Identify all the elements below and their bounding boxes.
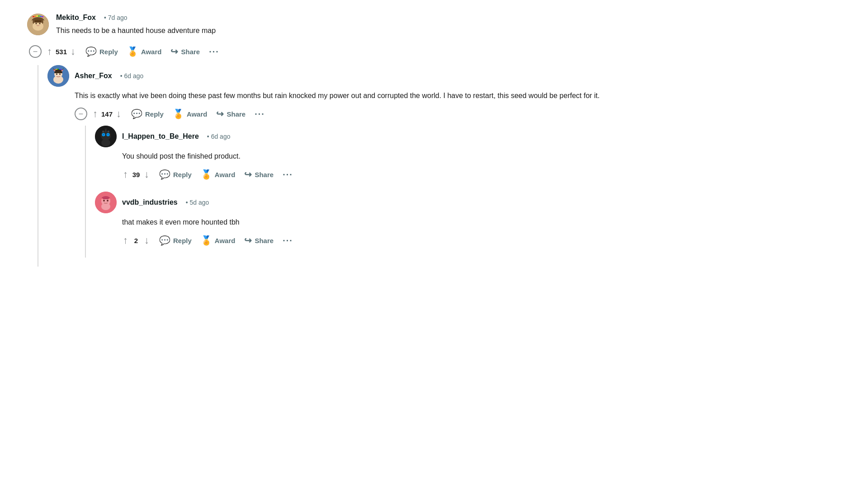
action-bar-c2: − ↑ 147 ↓ 💬 Reply <box>47 106 615 122</box>
vote-count-c2: 147 <box>101 110 113 118</box>
vote-count-c1: 531 <box>56 48 67 56</box>
collapse-button-c2[interactable]: − <box>75 108 87 120</box>
collapse-button-c1[interactable]: − <box>29 45 42 58</box>
svg-rect-8 <box>38 16 40 17</box>
avatar-ihappen <box>95 126 117 147</box>
award-button-c1[interactable]: 🏅 Award <box>123 43 165 60</box>
thread-connector-c1 <box>27 65 38 267</box>
vote-group-c1: ↑ 531 ↓ <box>46 45 76 58</box>
svg-rect-21 <box>60 69 61 70</box>
share-icon-c1: ↪ <box>170 46 178 57</box>
comment-c3: I_Happen_to_Be_Here • 6d ago You should … <box>95 126 615 183</box>
upvote-icon-c3: ↑ <box>123 169 128 180</box>
comment-c1-content: Mekito_Fox • 7d ago This needs to be a h… <box>56 14 615 41</box>
share-button-c3[interactable]: ↪ Share <box>241 166 277 183</box>
comment-c1-body: This needs to be a haunted house adventu… <box>56 25 615 36</box>
username-vvdb: vvdb_industries <box>122 198 178 206</box>
action-bar-c4: ↑ 2 ↓ 💬 Reply <box>95 232 615 249</box>
username-asher-fox: Asher_Fox <box>75 72 112 80</box>
reply-icon-c2: 💬 <box>131 108 142 119</box>
downvote-button-c2[interactable]: ↓ <box>115 107 122 121</box>
downvote-icon-c3: ↓ <box>144 169 149 180</box>
thread-line-c2: I_Happen_to_Be_Here • 6d ago You should … <box>47 126 615 258</box>
comment-c3-header: I_Happen_to_Be_Here • 6d ago <box>95 126 615 147</box>
comment-c1: Mekito_Fox • 7d ago This needs to be a h… <box>27 14 615 267</box>
vote-count-c4: 2 <box>132 237 141 244</box>
upvote-icon-c2: ↑ <box>93 108 98 120</box>
svg-point-31 <box>108 131 109 132</box>
svg-point-37 <box>107 200 108 202</box>
svg-rect-17 <box>55 69 56 70</box>
award-icon-c2: 🏅 <box>173 108 184 119</box>
more-button-c2[interactable]: ··· <box>251 108 269 120</box>
avatar-mekito-fox <box>27 14 49 35</box>
nested-comments-c1: Asher_Fox • 6d ago This is exactly what … <box>38 65 615 267</box>
award-button-c2[interactable]: 🏅 Award <box>169 106 211 122</box>
comment-c2: Asher_Fox • 6d ago This is exactly what … <box>47 65 615 258</box>
timestamp-c3: • 6d ago <box>207 133 231 140</box>
comment-c1-header: Mekito_Fox • 7d ago <box>56 14 615 22</box>
svg-rect-7 <box>36 16 38 17</box>
downvote-button-c1[interactable]: ↓ <box>70 45 76 58</box>
action-bar-c3: ↑ 39 ↓ 💬 Reply <box>95 166 615 183</box>
svg-point-35 <box>101 203 110 210</box>
downvote-button-c4[interactable]: ↓ <box>143 234 150 247</box>
svg-rect-9 <box>40 16 42 17</box>
timestamp-c4: • 5d ago <box>186 199 209 206</box>
downvote-button-c3[interactable]: ↓ <box>143 168 150 181</box>
svg-point-38 <box>101 198 103 200</box>
comment-c4-body: that makes it even more hounted tbh <box>95 217 615 228</box>
comment-c4-header: vvdb_industries • 5d ago <box>95 192 615 213</box>
share-icon-c2: ↪ <box>216 108 224 119</box>
svg-rect-25 <box>105 129 106 132</box>
svg-point-32 <box>101 139 110 146</box>
more-button-c1[interactable]: ··· <box>205 46 223 58</box>
award-button-c4[interactable]: 🏅 Award <box>197 232 239 249</box>
upvote-button-c4[interactable]: ↑ <box>122 234 129 247</box>
svg-point-4 <box>39 23 41 24</box>
award-icon-c1: 🏅 <box>127 46 138 57</box>
comment-c2-body: This is exactly what ive been doing thes… <box>47 90 615 101</box>
vote-group-c3: ↑ 39 ↓ <box>122 168 150 181</box>
reply-button-c3[interactable]: 💬 Reply <box>156 166 195 183</box>
avatar-vvdb <box>95 192 117 213</box>
comment-c2-header: Asher_Fox • 6d ago <box>47 65 615 87</box>
comment-thread: Mekito_Fox • 7d ago This needs to be a h… <box>27 14 615 267</box>
award-icon-c4: 🏅 <box>201 235 212 246</box>
reply-icon-c4: 💬 <box>159 235 170 246</box>
upvote-icon-c1: ↑ <box>47 46 52 57</box>
upvote-button-c1[interactable]: ↑ <box>46 45 53 58</box>
share-icon-c4: ↪ <box>244 235 252 246</box>
more-button-c4[interactable]: ··· <box>279 235 297 247</box>
more-button-c3[interactable]: ··· <box>279 169 297 181</box>
vote-group-c4: ↑ 2 ↓ <box>122 234 150 247</box>
username-ihappen: I_Happen_to_Be_Here <box>122 132 199 141</box>
share-button-c1[interactable]: ↪ Share <box>167 43 203 60</box>
comment-c3-body: You should post the finished product. <box>95 151 615 162</box>
svg-point-30 <box>102 131 104 132</box>
action-bar-c1: − ↑ 531 ↓ 💬 Reply 🏅 Award ↪ Share <box>27 43 615 60</box>
share-button-c2[interactable]: ↪ Share <box>212 106 249 122</box>
reply-button-c4[interactable]: 💬 Reply <box>156 232 195 249</box>
upvote-icon-c4: ↑ <box>123 235 128 246</box>
reply-button-c1[interactable]: 💬 Reply <box>82 43 122 60</box>
upvote-button-c2[interactable]: ↑ <box>92 107 99 121</box>
share-button-c4[interactable]: ↪ Share <box>241 232 277 249</box>
award-button-c3[interactable]: 🏅 Award <box>197 166 239 183</box>
reply-button-c2[interactable]: 💬 Reply <box>127 106 167 122</box>
nested-comments-c2: I_Happen_to_Be_Here • 6d ago You should … <box>86 126 615 258</box>
svg-rect-6 <box>34 16 36 17</box>
reply-icon-c1: 💬 <box>85 46 97 57</box>
svg-point-15 <box>59 74 61 75</box>
award-icon-c3: 🏅 <box>201 169 212 180</box>
svg-point-36 <box>103 200 105 202</box>
timestamp-c1: • 7d ago <box>104 14 127 21</box>
username-mekito-fox: Mekito_Fox <box>56 14 96 22</box>
downvote-icon-c2: ↓ <box>116 108 121 120</box>
upvote-button-c3[interactable]: ↑ <box>122 168 129 181</box>
avatar-asher-fox <box>47 65 69 87</box>
thread-connector-c2 <box>47 126 86 258</box>
share-icon-c3: ↪ <box>244 169 252 180</box>
reply-icon-c3: 💬 <box>159 169 170 180</box>
vote-group-c2: ↑ 147 ↓ <box>92 107 122 121</box>
